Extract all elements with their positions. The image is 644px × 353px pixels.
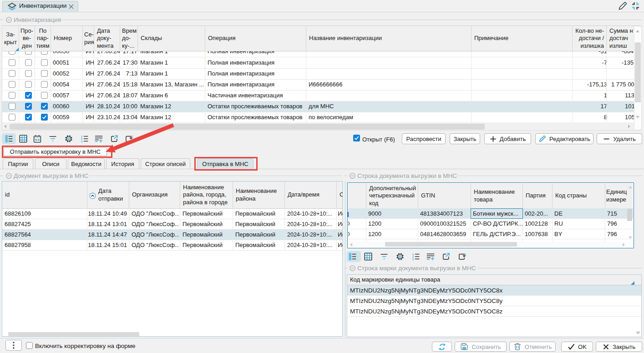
svg-text:3: 3: [412, 257, 414, 261]
svg-text:3: 3: [81, 140, 83, 143]
svg-text:1: 1: [465, 253, 466, 256]
svg-text:1: 1: [132, 135, 133, 138]
